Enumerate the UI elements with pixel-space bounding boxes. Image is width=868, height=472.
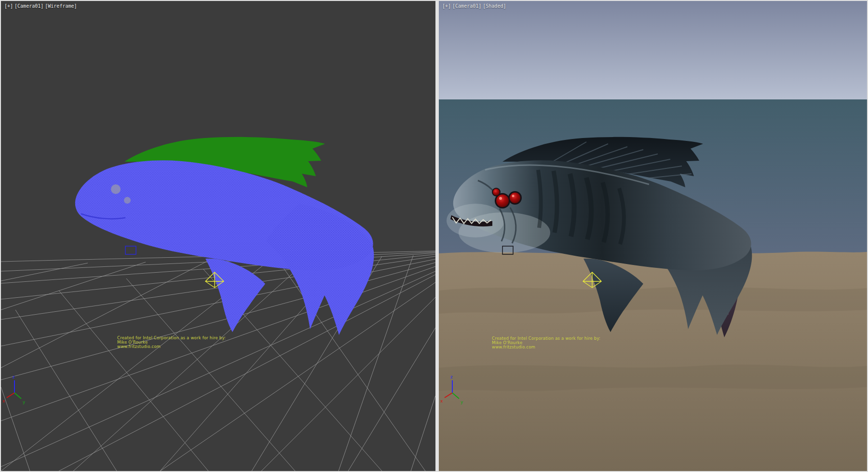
fish-model[interactable] bbox=[75, 137, 374, 335]
viewport-camera-button[interactable]: [Camera01] bbox=[14, 3, 43, 9]
viewport-label-left: [+] [Camera01] [Wireframe] bbox=[4, 3, 77, 9]
viewport-menu-button[interactable]: [+] bbox=[4, 3, 13, 9]
ground-ridge-shadow bbox=[439, 364, 867, 391]
credit-line-3: www.fritzstudio.com bbox=[117, 345, 226, 349]
credit-annotation: Created for Intel Corporation as a work … bbox=[117, 336, 226, 349]
fish-eye bbox=[111, 184, 121, 194]
helper-box[interactable] bbox=[125, 246, 136, 254]
axis-x-label: x bbox=[2, 399, 5, 403]
viewport-shading-button[interactable]: [Wireframe] bbox=[45, 3, 77, 9]
world-axis-icon: z x y bbox=[2, 375, 26, 404]
credit-line-3: www.fritzstudio.com bbox=[492, 345, 600, 349]
wireframe-scene: z x y bbox=[1, 1, 435, 471]
sky bbox=[439, 1, 867, 100]
viewport-shading-button[interactable]: [Shaded] bbox=[483, 3, 506, 9]
viewport-menu-button[interactable]: [+] bbox=[442, 3, 451, 9]
3d-viewport-app: z x y [+] [Camera01] [Wireframe] Created… bbox=[0, 0, 868, 472]
shaded-scene: z x y bbox=[439, 1, 867, 471]
credit-annotation: Created for Intel Corporation as a work … bbox=[492, 336, 600, 349]
viewport-wireframe[interactable]: z x y [+] [Camera01] [Wireframe] Created… bbox=[1, 1, 435, 471]
axis-y-label: y bbox=[23, 400, 26, 404]
axis-y-label: y bbox=[461, 400, 463, 404]
viewport-camera-button[interactable]: [Camera01] bbox=[452, 3, 481, 9]
viewport-label-right: [+] [Camera01] [Shaded] bbox=[442, 3, 506, 9]
axis-z-label: z bbox=[13, 375, 15, 379]
ground bbox=[439, 251, 867, 471]
axis-x-label: x bbox=[440, 399, 443, 403]
fish-eye bbox=[124, 197, 131, 204]
viewport-shaded[interactable]: z x y [+] [Camera01] [Shaded] Created fo… bbox=[439, 1, 867, 471]
axis-z-label: z bbox=[450, 375, 453, 379]
